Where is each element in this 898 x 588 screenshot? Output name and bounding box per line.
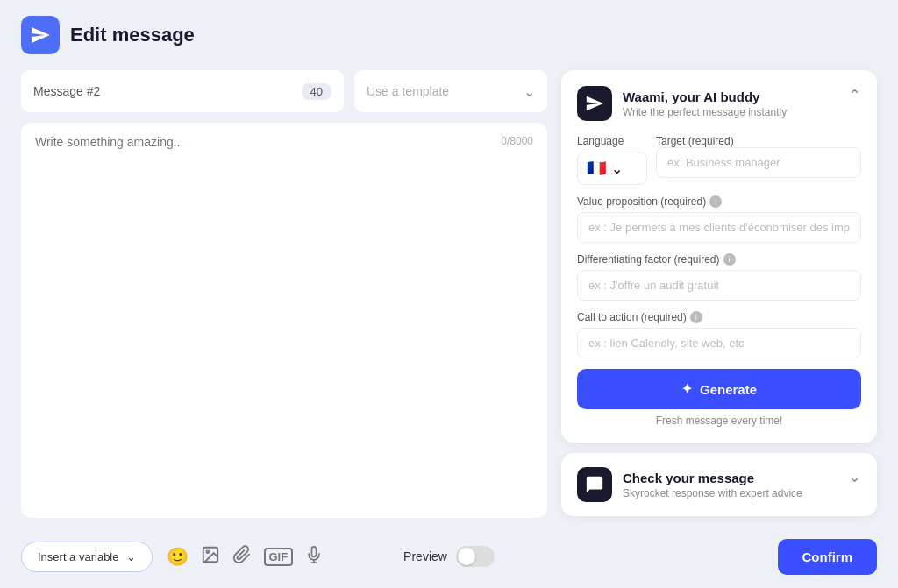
svg-point-1 (206, 550, 209, 553)
chevron-down-icon: ⌄ (524, 83, 535, 100)
cta-label: Call to action (required) i (577, 311, 861, 323)
message-textarea[interactable] (35, 135, 533, 506)
check-message-card: Check your message Skyrocket response wi… (561, 453, 877, 516)
toggle-knob (458, 548, 475, 565)
generate-button[interactable]: ✦ Generate (577, 369, 861, 409)
top-bar: Message #2 40 Use a template ⌄ (21, 70, 547, 112)
app-icon (21, 16, 60, 54)
page-title: Edit message (70, 24, 195, 46)
value-prop-input[interactable] (577, 212, 861, 243)
bottom-bar: Insert a variable ⌄ 🙂 (0, 525, 898, 588)
gif-button[interactable]: GIF (264, 548, 294, 566)
header: Edit message (0, 0, 898, 70)
language-group: Language 🇫🇷 ⌄ (577, 135, 647, 185)
value-prop-info-icon[interactable]: i (709, 195, 722, 208)
attachment-button[interactable] (232, 545, 252, 569)
mic-button[interactable] (305, 546, 323, 568)
check-message-icon (577, 467, 612, 502)
left-panel: Message #2 40 Use a template ⌄ 0/8000 (21, 70, 547, 518)
mic-icon (305, 546, 323, 568)
check-card-title-block: Check your message Skyrocket response wi… (623, 471, 802, 499)
value-prop-group: Value proposition (required) i (577, 195, 861, 243)
main-layout: Message #2 40 Use a template ⌄ 0/8000 (0, 70, 898, 518)
diff-factor-info-icon[interactable]: i (723, 253, 736, 266)
generate-label: Generate (700, 382, 757, 397)
generate-subtext: Fresh message every time! (577, 414, 861, 427)
target-label: Target (required) (656, 135, 861, 147)
ai-card-title: Waami, your AI buddy (623, 89, 787, 104)
preview-toggle[interactable] (456, 546, 495, 567)
cta-input[interactable] (577, 328, 861, 358)
sparkle-icon: ✦ (681, 381, 693, 397)
image-button[interactable] (201, 545, 220, 569)
flag-icon: 🇫🇷 (587, 159, 606, 178)
cta-info-icon[interactable]: i (690, 311, 702, 323)
expand-check-button[interactable]: ⌄ (848, 467, 861, 486)
check-card-header-left: Check your message Skyrocket response wi… (577, 467, 802, 502)
template-dropdown-label: Use a template (367, 84, 449, 98)
ai-card-subtitle: Write the perfect message instantly (623, 106, 787, 118)
diff-factor-group: Differentiating factor (required) i (577, 253, 861, 301)
language-select[interactable]: 🇫🇷 ⌄ (577, 152, 647, 185)
image-icon (201, 545, 220, 569)
waami-icon (585, 94, 604, 113)
preview-section: Preview (403, 546, 495, 567)
ai-card-header-left: Waami, your AI buddy Write the perfect m… (577, 86, 787, 121)
insert-variable-label: Insert a variable (38, 550, 119, 563)
message-check-icon (585, 475, 604, 494)
message-name-label: Message #2 (33, 84, 100, 98)
diff-factor-label: Differentiating factor (required) i (577, 253, 861, 266)
collapse-button[interactable]: ⌃ (848, 86, 861, 105)
language-label: Language (577, 135, 647, 147)
right-panel: Waami, your AI buddy Write the perfect m… (561, 70, 877, 518)
ai-card-header: Waami, your AI buddy Write the perfect m… (577, 86, 861, 121)
ai-card-title-block: Waami, your AI buddy Write the perfect m… (623, 89, 787, 118)
lang-chevron-icon: ⌄ (611, 160, 623, 177)
check-card-title: Check your message (623, 471, 802, 485)
toolbar-icons: 🙂 GIF (167, 545, 324, 569)
message-textarea-wrapper: 0/8000 (21, 123, 547, 518)
language-target-row: Language 🇫🇷 ⌄ Target (required) (577, 135, 861, 185)
diff-factor-input[interactable] (577, 270, 861, 301)
insert-variable-chevron-icon: ⌄ (126, 550, 136, 563)
paper-plane-icon (30, 25, 51, 46)
ai-buddy-icon (577, 86, 612, 121)
insert-variable-button[interactable]: Insert a variable ⌄ (21, 542, 153, 572)
gif-icon: GIF (264, 548, 294, 566)
char-count: 0/8000 (501, 135, 533, 147)
message-count-badge: 40 (302, 83, 331, 100)
target-input[interactable] (656, 147, 861, 178)
preview-label: Preview (403, 549, 447, 563)
cta-group: Call to action (required) i (577, 311, 861, 358)
emoji-icon: 🙂 (167, 546, 189, 567)
template-dropdown[interactable]: Use a template ⌄ (354, 70, 547, 112)
check-card-header: Check your message Skyrocket response wi… (577, 467, 861, 502)
ai-buddy-card: Waami, your AI buddy Write the perfect m… (561, 70, 877, 443)
message-name-box: Message #2 40 (21, 70, 344, 112)
check-card-subtitle: Skyrocket response with expert advice (623, 487, 802, 499)
confirm-button[interactable]: Confirm (778, 539, 878, 575)
target-group: Target (required) (656, 135, 861, 178)
value-prop-label: Value proposition (required) i (577, 195, 861, 208)
emoji-button[interactable]: 🙂 (167, 546, 189, 567)
attachment-icon (232, 545, 252, 569)
bottom-left-controls: Insert a variable ⌄ 🙂 (21, 542, 323, 572)
